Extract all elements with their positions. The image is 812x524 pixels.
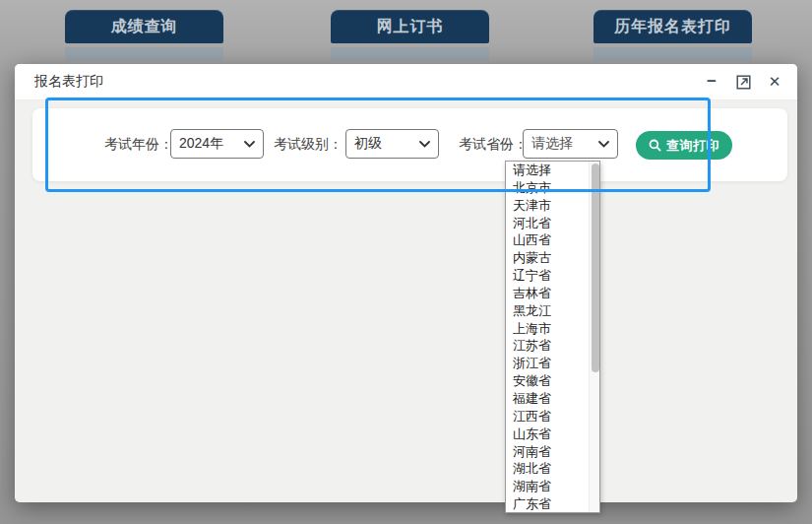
province-option[interactable]: 天津市 [506, 197, 590, 215]
exam-level-label: 考试级别： [274, 136, 343, 154]
query-print-label: 查询打印 [666, 137, 719, 155]
chevron-down-icon [598, 141, 609, 148]
query-form-card: 考试年份： 2024年 考试级别： 初级 考试省份： 请选择 [32, 108, 787, 181]
province-option[interactable]: 请选择 [506, 162, 590, 179]
province-option[interactable]: 湖北省 [506, 460, 590, 478]
exam-year-label: 考试年份： [104, 136, 173, 154]
exam-province-label: 考试省份： [459, 136, 528, 154]
chevron-down-icon [244, 141, 255, 148]
exam-year-value: 2024年 [179, 135, 223, 153]
minimize-icon[interactable]: − [703, 73, 720, 91]
nav-button-reflection [331, 47, 489, 61]
maximize-icon[interactable] [734, 73, 752, 91]
province-option[interactable]: 广东省 [506, 495, 590, 512]
province-option[interactable]: 江西省 [506, 408, 590, 426]
modal-title: 报名表打印 [34, 73, 103, 91]
modal-controls: − ✕ [703, 73, 783, 91]
province-option[interactable]: 河北省 [506, 215, 590, 232]
exam-level-value: 初级 [354, 135, 382, 153]
nav-button-reflection [593, 47, 752, 61]
exam-level-select[interactable]: 初级 [345, 129, 439, 159]
nav-slot: 历年报名表打印 [593, 10, 752, 61]
exam-year-select[interactable]: 2024年 [170, 129, 264, 159]
province-option[interactable]: 内蒙古 [506, 249, 590, 267]
province-option[interactable]: 上海市 [506, 320, 590, 338]
exam-province-select[interactable]: 请选择 [523, 129, 618, 159]
province-option[interactable]: 湖南省 [506, 478, 590, 495]
province-option[interactable]: 山东省 [506, 426, 590, 443]
province-options: 请选择 北京市 天津市 河北省 山西省 内蒙古 辽宁省 吉林省 黑龙江 上海市 … [506, 162, 590, 512]
province-option[interactable]: 福建省 [506, 390, 590, 408]
query-print-button[interactable]: 查询打印 [636, 131, 732, 160]
dropdown-scrollbar-thumb[interactable] [592, 164, 599, 372]
dropdown-scrollbar[interactable] [589, 162, 599, 512]
province-option[interactable]: 江苏省 [506, 337, 590, 355]
exam-province-value: 请选择 [531, 135, 573, 153]
province-option[interactable]: 河南省 [506, 443, 590, 461]
chevron-down-icon [419, 141, 430, 148]
modal-header: 报名表打印 − ✕ [15, 64, 797, 100]
nav-slot: 网上订书 [331, 10, 489, 61]
magnifier-icon [649, 139, 661, 152]
nav-button[interactable]: 网上订书 [331, 10, 489, 43]
top-navigation: 成绩查询 网上订书 历年报名表打印 [0, 0, 812, 64]
query-form-row: 考试年份： 2024年 考试级别： 初级 考试省份： 请选择 [32, 108, 787, 181]
province-option[interactable]: 北京市 [506, 179, 590, 197]
province-option[interactable]: 辽宁省 [506, 267, 590, 285]
nav-button[interactable]: 历年报名表打印 [593, 10, 752, 43]
province-option[interactable]: 吉林省 [506, 285, 590, 302]
nav-slot: 成绩查询 [65, 10, 223, 61]
nav-button-reflection [65, 47, 223, 61]
province-option[interactable]: 山西省 [506, 231, 590, 249]
print-registration-modal: 报名表打印 − ✕ 考试年份： 2024年 考试级别： 初级 [15, 64, 797, 502]
nav-button[interactable]: 成绩查询 [65, 10, 223, 43]
province-option[interactable]: 浙江省 [506, 355, 590, 372]
province-option[interactable]: 安徽省 [506, 372, 590, 390]
province-option[interactable]: 黑龙江 [506, 302, 590, 320]
close-icon[interactable]: ✕ [766, 73, 783, 91]
province-dropdown-list: 请选择 北京市 天津市 河北省 山西省 内蒙古 辽宁省 吉林省 黑龙江 上海市 … [505, 161, 600, 513]
